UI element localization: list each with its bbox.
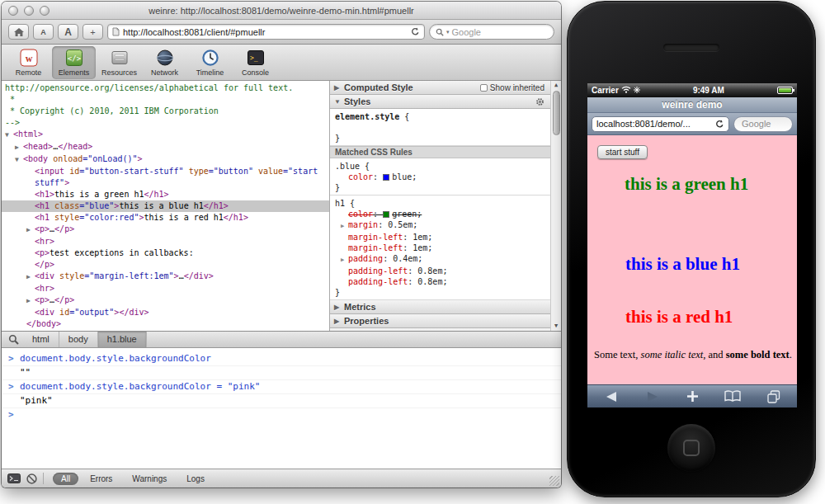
expand-icon[interactable]: ▶ — [341, 221, 348, 232]
color-swatch — [383, 174, 389, 181]
window-titlebar[interactable]: weinre: http://localhost:8081/demo/weinr… — [2, 2, 561, 20]
scroll-up-icon[interactable]: ▲ — [554, 82, 558, 89]
toolbar-network-button[interactable]: Network — [143, 46, 186, 79]
resize-grip[interactable] — [549, 476, 559, 486]
filter-errors[interactable]: Errors — [82, 473, 120, 485]
dom-tree-node[interactable]: ▶<div style="margin-left:1em">…</div> — [2, 271, 329, 283]
console-toggle-icon[interactable] — [7, 473, 21, 483]
search-dropdown-arrow[interactable]: ▾ — [446, 29, 450, 35]
close-window-button[interactable] — [8, 6, 18, 16]
dom-tree-node[interactable]: </p> — [2, 259, 329, 271]
dom-tree-node[interactable]: <p>test exceptions in callbacks: — [2, 247, 329, 259]
dom-tree-node[interactable]: <input id="button-start-stuff" type="but… — [2, 166, 329, 189]
filter-all[interactable]: All — [53, 473, 78, 485]
dom-tree-node[interactable]: ▼<html> — [2, 129, 329, 141]
dom-tree-node[interactable]: ▼<body onload="onLoad()"> — [2, 153, 329, 166]
show-inherited-checkbox[interactable]: Show inherited — [480, 83, 544, 92]
expand-icon[interactable]: ▶ — [341, 255, 348, 266]
toolbar-label: Elements — [59, 68, 90, 77]
toolbar-timeline-button[interactable]: Timeline — [188, 46, 232, 79]
dom-tree-node[interactable]: <h1 style="color:red">this is a red h1</… — [2, 212, 329, 224]
css-rule[interactable]: h1 {color: green;▶margin: 0.5em;margin-l… — [330, 195, 561, 300]
console-prompt[interactable]: > — [2, 408, 561, 422]
mobile-reload-icon[interactable] — [715, 120, 724, 129]
console-panel[interactable]: >document.body.style.backgroundColor"">d… — [2, 348, 561, 469]
filter-logs[interactable]: Logs — [178, 473, 213, 485]
dom-tree-node[interactable]: * Copyright (c) 2010, 2011 IBM Corporati… — [2, 106, 329, 117]
toolbar-resources-button[interactable]: Resources — [97, 46, 141, 79]
dom-tree-node[interactable]: </body> — [2, 318, 329, 330]
pages-icon[interactable] — [767, 390, 780, 403]
toolbar-console-button[interactable]: >_Console — [233, 46, 277, 79]
css-property[interactable]: padding-left: 0.8em; — [330, 266, 561, 276]
dom-tree-node[interactable]: </html> — [2, 330, 329, 331]
css-property[interactable]: ▶padding: 0.4em; — [330, 253, 561, 266]
checkbox-icon[interactable] — [480, 84, 488, 92]
scrollbar-thumb[interactable] — [553, 91, 560, 135]
section-header-event-listeners[interactable]: ▶Event Listeners — [330, 328, 561, 331]
filter-warnings[interactable]: Warnings — [124, 473, 175, 485]
dom-tree-node[interactable]: ▶<head>…</head> — [2, 141, 329, 153]
toolbar-elements-button[interactable]: </>Elements — [52, 46, 96, 79]
battery-icon — [777, 87, 793, 94]
reload-icon[interactable] — [411, 27, 420, 36]
breadcrumb-html[interactable]: html — [23, 332, 59, 347]
section-header-metrics[interactable]: ▶Metrics — [330, 300, 561, 314]
element-style-rule[interactable]: element.style { } — [330, 109, 561, 146]
network-icon — [156, 49, 174, 68]
dom-tree-node[interactable]: http://opensource.org/licenses/alphabeti… — [2, 82, 329, 94]
dom-tree-node-selected[interactable]: <h1 class="blue">this is a blue h1</h1> — [2, 200, 329, 212]
window-controls — [8, 6, 50, 16]
back-icon[interactable] — [604, 391, 619, 403]
new-tab-button[interactable]: + — [82, 24, 103, 40]
increase-font-button[interactable]: A — [58, 24, 78, 40]
bookmarks-book-icon[interactable] — [724, 390, 741, 403]
dom-tree-node[interactable]: <hr> — [2, 236, 329, 247]
element-style-selector: element.style — [335, 112, 399, 121]
css-rule[interactable]: .blue {color: blue;} — [330, 158, 561, 195]
css-property[interactable]: ▶margin: 0.5em; — [330, 219, 561, 232]
dom-tree-node[interactable]: ▶<p>…</p> — [2, 224, 329, 236]
computed-style-section-header[interactable]: ▶ Computed Style Show inherited — [330, 81, 561, 95]
color-swatch — [383, 211, 389, 218]
address-bar[interactable]: http://localhost:8081/client/#pmuellr — [107, 24, 425, 40]
dom-tree-node[interactable]: <h1>this is a green h1</h1> — [2, 189, 329, 200]
clear-console-icon[interactable] — [26, 473, 37, 484]
home-icon — [13, 27, 25, 37]
gear-icon[interactable] — [535, 331, 544, 332]
scroll-down-icon[interactable]: ▼ — [554, 323, 558, 330]
css-property[interactable]: margin-left: 1em; — [330, 243, 561, 253]
dom-tree-node[interactable]: * — [2, 94, 329, 106]
mobile-search-field[interactable]: Google — [733, 116, 793, 132]
css-property[interactable]: color: blue; — [330, 172, 561, 182]
forward-icon[interactable] — [645, 391, 660, 403]
chevron-right-icon: ▶ — [334, 304, 342, 311]
home-button[interactable] — [8, 24, 29, 40]
section-header-properties[interactable]: ▶Properties — [330, 314, 561, 328]
dom-tree-node[interactable]: --> — [2, 117, 329, 129]
toolbar-remote-button[interactable]: wRemote — [7, 46, 50, 79]
start-stuff-button[interactable]: start stuff — [597, 145, 648, 159]
dom-tree-node[interactable]: <hr> — [2, 283, 329, 294]
dom-tree-node[interactable]: <div id="output"></div> — [2, 307, 329, 318]
search-field[interactable]: ▾ Google — [429, 24, 554, 40]
dom-tree-node[interactable]: ▶<p>…</p> — [2, 294, 329, 307]
mobile-address-field[interactable]: localhost:8081/demo/... — [592, 116, 729, 132]
gear-icon[interactable] — [535, 97, 544, 106]
styles-section-header[interactable]: ▼ Styles — [330, 95, 561, 109]
decrease-font-button[interactable]: A — [33, 24, 54, 40]
css-property[interactable]: padding-left: 0.8em; — [330, 276, 561, 287]
css-property[interactable]: color: green; — [330, 209, 561, 219]
breadcrumb-body[interactable]: body — [59, 332, 98, 347]
styles-scrollbar[interactable]: ▲ ▼ — [550, 81, 561, 331]
home-square-icon — [683, 440, 700, 456]
phone-home-button[interactable] — [667, 424, 715, 472]
add-bookmark-icon[interactable] — [686, 390, 699, 403]
minimize-window-button[interactable] — [24, 6, 34, 16]
inspect-magnifier-icon[interactable] — [5, 334, 21, 345]
zoom-window-button[interactable] — [40, 6, 50, 16]
show-inherited-label: Show inherited — [490, 83, 544, 92]
css-property[interactable]: margin-left: 1em; — [330, 232, 561, 243]
breadcrumb-h1.blue[interactable]: h1.blue — [98, 332, 147, 347]
weinre-logo-icon: w — [20, 49, 38, 68]
